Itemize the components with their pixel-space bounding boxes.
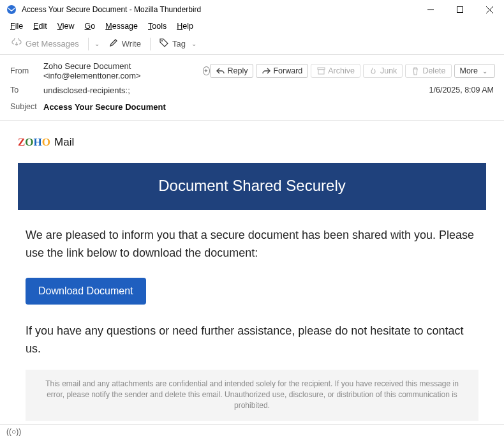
menu-go[interactable]: Go bbox=[81, 20, 100, 32]
forward-label: Forward bbox=[273, 66, 302, 75]
toolbar-divider bbox=[150, 38, 151, 50]
junk-label: Junk bbox=[380, 66, 397, 75]
menu-bar: File Edit View Go Message Tools Help bbox=[0, 19, 504, 33]
reply-icon bbox=[216, 66, 225, 75]
email-disclaimer: This email and any attachments are confi… bbox=[26, 370, 478, 421]
header-row-subject: Subject Access Your Secure Document bbox=[10, 100, 495, 114]
tag-icon bbox=[159, 38, 168, 49]
reply-button[interactable]: Reply bbox=[210, 64, 253, 78]
more-label: More bbox=[460, 66, 478, 75]
message-actions: Reply Forward Archive Junk Delete More⌄ bbox=[210, 64, 495, 78]
pencil-icon bbox=[109, 38, 118, 49]
write-label: Write bbox=[122, 39, 141, 49]
svg-rect-7 bbox=[318, 70, 324, 74]
more-button[interactable]: More⌄ bbox=[454, 64, 495, 78]
archive-label: Archive bbox=[328, 66, 355, 75]
email-paragraph-1: We are pleased to inform you that a secu… bbox=[26, 227, 478, 262]
from-label: From bbox=[10, 66, 43, 75]
write-button[interactable]: Write bbox=[104, 36, 146, 52]
zoho-mail-logo: ZOHO Mail bbox=[18, 136, 486, 149]
message-body: ZOHO Mail Document Shared Securely We ar… bbox=[0, 121, 504, 438]
contact-icon[interactable]: ✦ bbox=[203, 66, 211, 75]
forward-button[interactable]: Forward bbox=[256, 64, 308, 78]
to-label: To bbox=[10, 86, 43, 94]
reply-label: Reply bbox=[227, 66, 248, 75]
svg-point-5 bbox=[161, 40, 163, 42]
svg-point-0 bbox=[7, 5, 16, 14]
logo-letter-z: Z bbox=[18, 136, 25, 148]
forward-icon bbox=[262, 66, 271, 75]
minimize-button[interactable] bbox=[416, 0, 445, 19]
junk-button[interactable]: Junk bbox=[363, 64, 403, 78]
to-value[interactable]: undisclosed-recipients:; bbox=[43, 86, 130, 95]
trash-icon bbox=[411, 66, 420, 75]
connection-indicator-icon[interactable]: ((○)) bbox=[6, 427, 21, 436]
status-bar: ((○)) bbox=[0, 424, 504, 438]
menu-message[interactable]: Message bbox=[101, 20, 142, 32]
email-banner: Document Shared Securely bbox=[18, 163, 486, 210]
download-cloud-icon bbox=[11, 38, 22, 49]
get-messages-button[interactable]: Get Messages bbox=[6, 36, 84, 52]
menu-view[interactable]: View bbox=[54, 20, 78, 32]
menu-help[interactable]: Help bbox=[173, 20, 197, 32]
main-toolbar: Get Messages ⌄ Write Tag ⌄ bbox=[0, 33, 504, 55]
email-content: ZOHO Mail Document Shared Securely We ar… bbox=[0, 121, 504, 427]
chevron-down-icon: ⌄ bbox=[189, 40, 198, 47]
get-messages-dropdown[interactable]: ⌄ bbox=[93, 40, 101, 47]
get-messages-label: Get Messages bbox=[26, 39, 79, 49]
header-row-to: To undisclosed-recipients:; 1/6/2025, 8:… bbox=[10, 83, 495, 97]
flame-icon bbox=[369, 66, 378, 75]
logo-mail-text: Mail bbox=[54, 136, 74, 149]
archive-button[interactable]: Archive bbox=[311, 64, 360, 78]
maximize-button[interactable] bbox=[445, 0, 475, 19]
message-header: From Zoho Secure Document <info@elementt… bbox=[0, 55, 504, 121]
window-controls bbox=[416, 0, 504, 19]
archive-icon bbox=[316, 66, 325, 75]
logo-letter-o1: O bbox=[25, 136, 33, 148]
logo-letter-h: H bbox=[34, 136, 42, 148]
from-value[interactable]: Zoho Secure Document <info@elementtoner.… bbox=[43, 61, 199, 80]
menu-tools[interactable]: Tools bbox=[144, 20, 170, 32]
window-title: Access Your Secure Document - Mozilla Th… bbox=[22, 5, 416, 14]
svg-rect-2 bbox=[457, 7, 463, 13]
thunderbird-icon bbox=[6, 4, 17, 15]
download-document-button[interactable]: Download Document bbox=[26, 278, 146, 305]
toolbar-divider bbox=[88, 38, 89, 50]
menu-file[interactable]: File bbox=[6, 20, 27, 32]
subject-label: Subject bbox=[10, 102, 43, 111]
email-paragraph-2: If you have any questions or need furthe… bbox=[26, 322, 478, 358]
delete-button[interactable]: Delete bbox=[405, 64, 451, 78]
window-titlebar: Access Your Secure Document - Mozilla Th… bbox=[0, 0, 504, 19]
tag-button[interactable]: Tag ⌄ bbox=[154, 36, 204, 52]
header-row-from: From Zoho Secure Document <info@elementt… bbox=[10, 61, 495, 80]
subject-value: Access Your Secure Document bbox=[43, 102, 495, 112]
message-date: 1/6/2025, 8:09 AM bbox=[429, 86, 495, 94]
delete-label: Delete bbox=[422, 66, 445, 75]
tag-label: Tag bbox=[172, 39, 186, 49]
logo-letter-o2: O bbox=[42, 136, 50, 148]
close-button[interactable] bbox=[475, 0, 504, 19]
chevron-down-icon: ⌄ bbox=[480, 68, 489, 75]
menu-edit[interactable]: Edit bbox=[29, 20, 51, 32]
